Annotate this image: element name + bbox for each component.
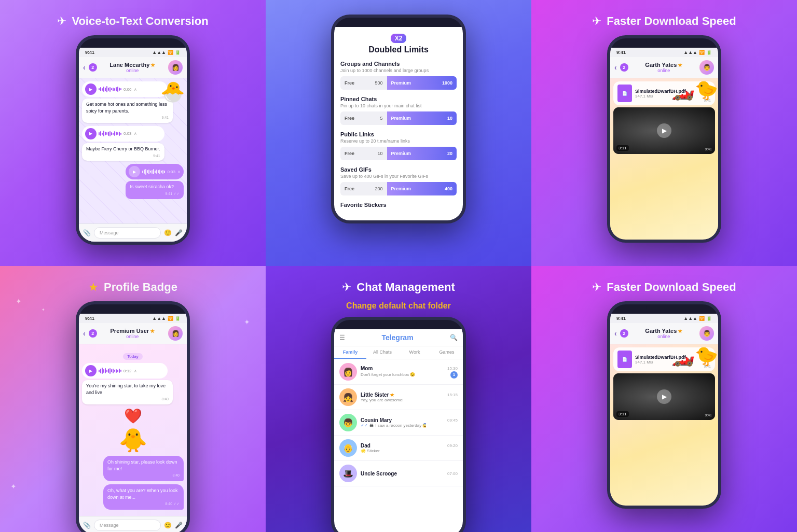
unread-badge-4: 2 <box>89 329 97 338</box>
voice-play-2[interactable]: ▶ <box>85 128 97 139</box>
telegram-logo-5: Telegram <box>381 333 413 342</box>
chat-status-4: online <box>100 334 165 339</box>
mic-icon-4[interactable]: 🎤 <box>175 522 183 529</box>
tab-family[interactable]: Family <box>334 346 366 359</box>
signal-icon-6: ▲▲▲ <box>683 316 697 321</box>
panel-chat-management: ✈ Chat Management Change default chat fo… <box>266 266 531 532</box>
avatar-sister: 👧 <box>339 388 357 406</box>
video-play-3[interactable]: ▶ <box>657 123 671 138</box>
chat-item-uncle[interactable]: 🎩 Uncle Scrooge 07:00 <box>334 461 463 486</box>
voice-msg-container-2: ▶ 0:03 ∧ Maybe Fiery Cherry or BBQ Burne… <box>82 126 164 161</box>
panel6-title: Faster Download Speed <box>607 281 736 294</box>
heart-emoji-4: ❤️ <box>82 408 184 425</box>
tab-games[interactable]: Games <box>431 346 463 359</box>
mic-icon-1[interactable]: 🎤 <box>175 229 183 236</box>
limit-title-stickers: Favorite Stickers <box>340 202 457 208</box>
phone-screen-6: 9:41 ▲▲▲ 🛜 🔋 ‹ 2 Garth Yates ★ online <box>610 314 718 506</box>
chat-preview-sister: Yay, you are awesome! <box>361 398 418 402</box>
chat-status-6: online <box>631 334 696 339</box>
chat-content-uncle: Uncle Scrooge 07:00 <box>361 471 458 477</box>
chat-top-dad: Dad 09:20 <box>361 443 458 449</box>
play-icon-3: ▶ <box>133 170 136 174</box>
msg-time-2: 9:41 <box>86 153 160 159</box>
voice-expand-2: ∧ <box>134 131 137 136</box>
racing-duck-3: 🏎️🐤 <box>671 79 718 101</box>
phone-screen-2: X2 Doubled Limits Groups and Channels Jo… <box>334 27 463 220</box>
tab-all-chats[interactable]: All Chats <box>366 346 398 359</box>
attachment-icon-1[interactable]: 📎 <box>83 229 91 236</box>
limit-premium-pinned: Premium 10 <box>387 111 457 125</box>
limit-bar-links: Free 10 Premium 20 <box>340 147 457 160</box>
panel-profile-badge: ★ Profile Badge ✦ ✦ ✦ ✦ 9:41 ▲▲▲ 🛜 🔋 ‹ 2 <box>0 266 266 532</box>
chat-preview-dad: 🌟 Sticker <box>361 449 418 453</box>
voice-play-1[interactable]: ▶ <box>85 83 97 95</box>
chat-preview-mom: Don't forget your lunchbox 😉 <box>361 372 415 377</box>
phone-screen-4: 9:41 ▲▲▲ 🛜 🔋 ‹ 2 Premium User ★ online <box>79 314 187 532</box>
avatar-mom: 👩 <box>339 363 357 381</box>
star-icon-4: ★ <box>88 281 99 294</box>
attachment-icon-4[interactable]: 📎 <box>83 522 91 529</box>
chat-status-1: online <box>100 68 165 73</box>
file-icon-6: 📄 <box>617 351 632 368</box>
today-pill-4: Today <box>123 353 142 360</box>
voice-play-4a[interactable]: ▶ <box>85 365 97 376</box>
back-button-1[interactable]: ‹ <box>83 63 86 72</box>
transcribed-text-3: Is sweet sriracha ok? 9:41 ✓✓ <box>126 181 184 199</box>
voice-expand-3: ∧ <box>177 170 181 174</box>
chat-header-center-1: Lane Mccarthy ★ online <box>100 62 165 73</box>
phone-notch-5 <box>380 320 417 329</box>
voice-container-4a: ▶ 0:12 ∧ You're my shining star, to take… <box>82 363 173 404</box>
star-badge-1: ★ <box>150 62 155 68</box>
emoji-icon-4[interactable]: 🙂 <box>164 522 172 529</box>
limit-free-groups: Free 500 <box>340 76 387 90</box>
limit-desc-groups: Join up to 1000 channels and large group… <box>340 68 457 73</box>
back-button-6[interactable]: ‹ <box>614 329 617 338</box>
panel5-title-row: ✈ Chat Management <box>342 281 455 294</box>
chat-name-6: Garth Yates ★ <box>631 328 696 334</box>
video-play-6[interactable]: ▶ <box>657 389 671 404</box>
phone-mockup-2: X2 Doubled Limits Groups and Channels Jo… <box>331 15 466 223</box>
voice-msg-3[interactable]: ▶ 0:03 ∧ <box>126 164 184 179</box>
chat-preview-cousin: 🦝 I saw a racoon yesterday 😱 <box>369 423 426 428</box>
chat-item-dad[interactable]: 👴 Dad 09:20 🌟 Sticker <box>334 436 463 461</box>
sparkle-1: ✦ <box>16 297 22 305</box>
chat-top-mom: Mom 15:30 <box>361 366 458 371</box>
phone-notch-2 <box>380 18 417 27</box>
chat-time-dad: 09:20 <box>447 443 458 448</box>
panel3-title: Faster Download Speed <box>607 15 736 28</box>
limit-desc-pinned: Pin up to 10 chats in your main chat lis… <box>340 103 457 108</box>
x2-badge: X2 <box>340 33 457 45</box>
chat-item-mom[interactable]: 👩 Mom 15:30 Don't forget your lunchbox 😉… <box>334 359 463 385</box>
limit-bar-groups: Free 500 Premium 1000 <box>340 76 457 90</box>
panel-faster-download-top: ✈ Faster Download Speed 9:41 ▲▲▲ 🛜 🔋 ‹ 2 <box>531 0 797 266</box>
voice-play-3[interactable]: ▶ <box>129 166 140 177</box>
avatar-dad: 👴 <box>339 439 357 457</box>
chat-name-sister: Little Sister ★ <box>361 392 394 398</box>
tab-work[interactable]: Work <box>398 346 431 359</box>
voice-msg-4a[interactable]: ▶ 0:12 ∧ <box>82 363 168 379</box>
phone-notch-3 <box>646 38 682 48</box>
sparkle-2: ✦ <box>42 307 45 312</box>
emoji-icon-1[interactable]: 🙂 <box>164 229 172 236</box>
status-bar-right-6: ▲▲▲ 🛜 🔋 <box>683 316 712 321</box>
back-button-3[interactable]: ‹ <box>614 63 617 72</box>
video-thumb-6: ▶ 3:11 9:41 <box>613 373 715 420</box>
voice-msg-2[interactable]: ▶ 0:03 ∧ <box>82 126 164 142</box>
chat-item-cousin[interactable]: 👦 Cousin Mary 09:45 ✓✓ 🦝 I saw a racoon … <box>334 410 463 436</box>
search-icon-5[interactable]: 🔍 <box>450 334 458 341</box>
message-input-1[interactable]: Message <box>94 227 161 239</box>
chat-name-3: Garth Yates ★ <box>631 62 696 68</box>
chat-item-sister[interactable]: 👧 Little Sister ★ 15:15 Yay, you are awe… <box>334 385 463 410</box>
hamburger-icon-5[interactable]: ☰ <box>339 334 345 341</box>
chat-time-mom: 15:30 <box>447 366 458 371</box>
panel3-title-row: ✈ Faster Download Speed <box>592 15 736 28</box>
message-input-4[interactable]: Message <box>94 520 161 531</box>
back-button-4[interactable]: ‹ <box>83 329 86 338</box>
voice-msg-1[interactable]: ▶ 0:06 ∧ <box>82 81 168 97</box>
panel5-title: Chat Management <box>356 281 455 294</box>
msg-bubble-4c: Oh, what you are? When you look down at … <box>103 484 184 510</box>
chat-header-4: ‹ 2 Premium User ★ online 👩 <box>79 323 187 344</box>
unread-mom: 1 <box>450 371 458 379</box>
msg-time-1: 9:41 <box>86 115 169 120</box>
voice-duration-1: 0:06 <box>123 87 132 92</box>
